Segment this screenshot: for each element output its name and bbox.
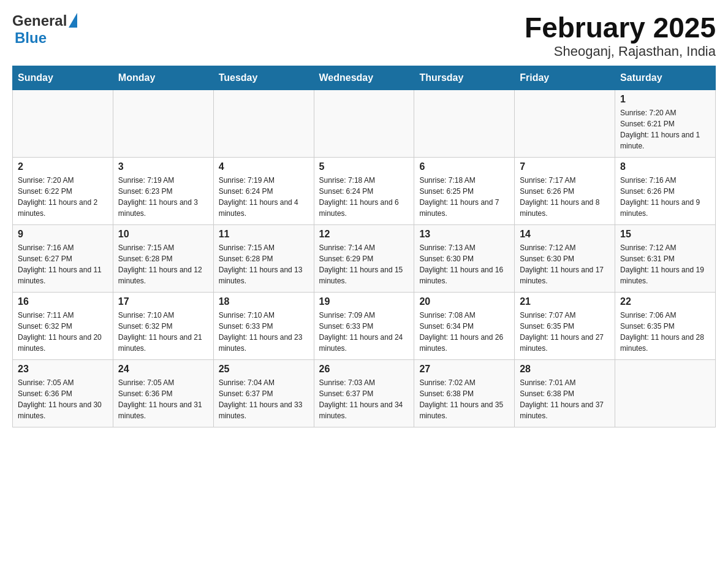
calendar-cell [113, 90, 213, 157]
sun-info: Sunrise: 7:13 AMSunset: 6:30 PMDaylight:… [419, 242, 509, 286]
day-number: 7 [520, 161, 610, 172]
logo: General Blue [12, 12, 77, 47]
page-header: General Blue February 2025 Sheoganj, Raj… [12, 12, 716, 59]
calendar-cell: 5Sunrise: 7:18 AMSunset: 6:24 PMDaylight… [314, 157, 414, 224]
calendar-cell: 22Sunrise: 7:06 AMSunset: 6:35 PMDayligh… [615, 292, 716, 359]
sun-info: Sunrise: 7:11 AMSunset: 6:32 PMDaylight:… [18, 310, 108, 354]
sun-info: Sunrise: 7:19 AMSunset: 6:24 PMDaylight:… [219, 175, 309, 219]
calendar-cell: 17Sunrise: 7:10 AMSunset: 6:32 PMDayligh… [113, 292, 213, 359]
calendar-cell [414, 90, 515, 157]
day-number: 18 [219, 296, 309, 307]
sun-info: Sunrise: 7:02 AMSunset: 6:38 PMDaylight:… [419, 377, 509, 421]
logo-general-text: General [12, 12, 67, 29]
sun-info: Sunrise: 7:10 AMSunset: 6:32 PMDaylight:… [118, 310, 208, 354]
calendar-cell: 6Sunrise: 7:18 AMSunset: 6:25 PMDaylight… [414, 157, 515, 224]
sun-info: Sunrise: 7:05 AMSunset: 6:36 PMDaylight:… [18, 377, 108, 421]
calendar-cell: 28Sunrise: 7:01 AMSunset: 6:38 PMDayligh… [515, 359, 615, 427]
calendar-cell: 20Sunrise: 7:08 AMSunset: 6:34 PMDayligh… [414, 292, 515, 359]
calendar-cell: 18Sunrise: 7:10 AMSunset: 6:33 PMDayligh… [213, 292, 314, 359]
sun-info: Sunrise: 7:19 AMSunset: 6:23 PMDaylight:… [118, 175, 208, 219]
sun-info: Sunrise: 7:12 AMSunset: 6:31 PMDaylight:… [620, 242, 710, 286]
sun-info: Sunrise: 7:18 AMSunset: 6:24 PMDaylight:… [319, 175, 409, 219]
calendar-cell: 9Sunrise: 7:16 AMSunset: 6:27 PMDaylight… [13, 224, 113, 292]
calendar-cell [615, 359, 716, 427]
logo-blue-text: Blue [15, 29, 47, 47]
calendar-week-2: 2Sunrise: 7:20 AMSunset: 6:22 PMDaylight… [13, 157, 716, 224]
weekday-header-thursday: Thursday [414, 66, 515, 90]
day-number: 22 [620, 296, 710, 307]
sun-info: Sunrise: 7:18 AMSunset: 6:25 PMDaylight:… [419, 175, 509, 219]
calendar-cell: 13Sunrise: 7:13 AMSunset: 6:30 PMDayligh… [414, 224, 515, 292]
day-number: 9 [18, 229, 108, 240]
sun-info: Sunrise: 7:20 AMSunset: 6:22 PMDaylight:… [18, 175, 108, 219]
calendar-week-4: 16Sunrise: 7:11 AMSunset: 6:32 PMDayligh… [13, 292, 716, 359]
day-number: 11 [219, 229, 309, 240]
day-number: 17 [118, 296, 208, 307]
sun-info: Sunrise: 7:20 AMSunset: 6:21 PMDaylight:… [620, 107, 710, 151]
calendar-week-1: 1Sunrise: 7:20 AMSunset: 6:21 PMDaylight… [13, 90, 716, 157]
calendar-week-3: 9Sunrise: 7:16 AMSunset: 6:27 PMDaylight… [13, 224, 716, 292]
calendar-cell: 3Sunrise: 7:19 AMSunset: 6:23 PMDaylight… [113, 157, 213, 224]
calendar-cell: 25Sunrise: 7:04 AMSunset: 6:37 PMDayligh… [213, 359, 314, 427]
calendar-cell [314, 90, 414, 157]
header-row: SundayMondayTuesdayWednesdayThursdayFrid… [13, 66, 716, 90]
day-number: 12 [319, 229, 409, 240]
calendar-cell [515, 90, 615, 157]
calendar-table: SundayMondayTuesdayWednesdayThursdayFrid… [12, 66, 716, 427]
calendar-cell: 10Sunrise: 7:15 AMSunset: 6:28 PMDayligh… [113, 224, 213, 292]
calendar-cell: 26Sunrise: 7:03 AMSunset: 6:37 PMDayligh… [314, 359, 414, 427]
day-number: 5 [319, 161, 409, 172]
sun-info: Sunrise: 7:10 AMSunset: 6:33 PMDaylight:… [219, 310, 309, 354]
day-number: 16 [18, 296, 108, 307]
day-number: 25 [219, 364, 309, 375]
day-number: 1 [620, 94, 710, 105]
day-number: 3 [118, 161, 208, 172]
calendar-week-5: 23Sunrise: 7:05 AMSunset: 6:36 PMDayligh… [13, 359, 716, 427]
sun-info: Sunrise: 7:05 AMSunset: 6:36 PMDaylight:… [118, 377, 208, 421]
calendar-cell: 12Sunrise: 7:14 AMSunset: 6:29 PMDayligh… [314, 224, 414, 292]
day-number: 4 [219, 161, 309, 172]
day-number: 19 [319, 296, 409, 307]
day-number: 26 [319, 364, 409, 375]
day-number: 8 [620, 161, 710, 172]
calendar-cell [213, 90, 314, 157]
sun-info: Sunrise: 7:17 AMSunset: 6:26 PMDaylight:… [520, 175, 610, 219]
day-number: 14 [520, 229, 610, 240]
day-number: 27 [419, 364, 509, 375]
day-number: 15 [620, 229, 710, 240]
page-title: February 2025 [525, 12, 716, 44]
sun-info: Sunrise: 7:15 AMSunset: 6:28 PMDaylight:… [219, 242, 309, 286]
calendar-cell: 4Sunrise: 7:19 AMSunset: 6:24 PMDaylight… [213, 157, 314, 224]
weekday-header-friday: Friday [515, 66, 615, 90]
day-number: 21 [520, 296, 610, 307]
calendar-cell: 8Sunrise: 7:16 AMSunset: 6:26 PMDaylight… [615, 157, 716, 224]
title-area: February 2025 Sheoganj, Rajasthan, India [525, 12, 716, 59]
calendar-cell: 1Sunrise: 7:20 AMSunset: 6:21 PMDaylight… [615, 90, 716, 157]
sun-info: Sunrise: 7:12 AMSunset: 6:30 PMDaylight:… [520, 242, 610, 286]
day-number: 28 [520, 364, 610, 375]
calendar-cell: 19Sunrise: 7:09 AMSunset: 6:33 PMDayligh… [314, 292, 414, 359]
calendar-cell: 11Sunrise: 7:15 AMSunset: 6:28 PMDayligh… [213, 224, 314, 292]
weekday-header-saturday: Saturday [615, 66, 716, 90]
calendar-cell: 2Sunrise: 7:20 AMSunset: 6:22 PMDaylight… [13, 157, 113, 224]
sun-info: Sunrise: 7:15 AMSunset: 6:28 PMDaylight:… [118, 242, 208, 286]
page-subtitle: Sheoganj, Rajasthan, India [525, 44, 716, 59]
sun-info: Sunrise: 7:16 AMSunset: 6:27 PMDaylight:… [18, 242, 108, 286]
sun-info: Sunrise: 7:16 AMSunset: 6:26 PMDaylight:… [620, 175, 710, 219]
calendar-cell: 27Sunrise: 7:02 AMSunset: 6:38 PMDayligh… [414, 359, 515, 427]
sun-info: Sunrise: 7:08 AMSunset: 6:34 PMDaylight:… [419, 310, 509, 354]
weekday-header-tuesday: Tuesday [213, 66, 314, 90]
day-number: 20 [419, 296, 509, 307]
sun-info: Sunrise: 7:06 AMSunset: 6:35 PMDaylight:… [620, 310, 710, 354]
calendar-cell: 16Sunrise: 7:11 AMSunset: 6:32 PMDayligh… [13, 292, 113, 359]
day-number: 13 [419, 229, 509, 240]
sun-info: Sunrise: 7:14 AMSunset: 6:29 PMDaylight:… [319, 242, 409, 286]
day-number: 23 [18, 364, 108, 375]
day-number: 10 [118, 229, 208, 240]
weekday-header-wednesday: Wednesday [314, 66, 414, 90]
calendar-cell: 7Sunrise: 7:17 AMSunset: 6:26 PMDaylight… [515, 157, 615, 224]
day-number: 6 [419, 161, 509, 172]
day-number: 2 [18, 161, 108, 172]
calendar-cell: 21Sunrise: 7:07 AMSunset: 6:35 PMDayligh… [515, 292, 615, 359]
weekday-header-sunday: Sunday [13, 66, 113, 90]
